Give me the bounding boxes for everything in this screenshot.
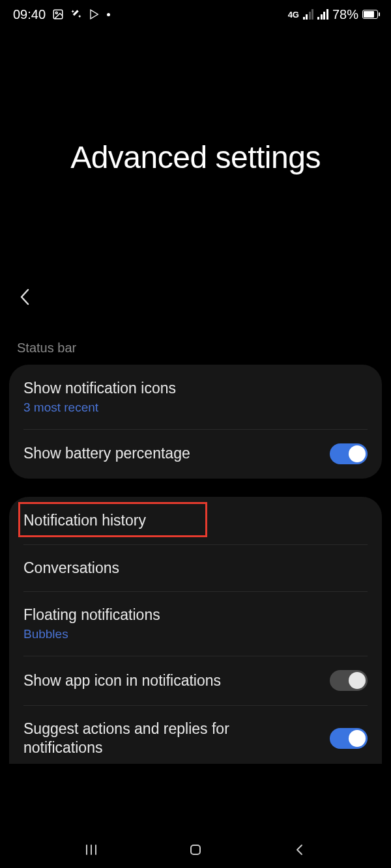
row-subtitle: 3 most recent xyxy=(23,400,176,415)
row-title: Show notification icons xyxy=(23,379,176,398)
signal-icon-sim1 xyxy=(303,9,314,20)
recents-icon xyxy=(83,842,99,858)
play-store-icon xyxy=(89,8,100,20)
row-suggest-actions[interactable]: Suggest actions and replies for notifica… xyxy=(9,705,382,764)
svg-rect-2 xyxy=(191,845,200,854)
status-bar: 09:40 4G 78% xyxy=(0,0,391,29)
gallery-icon xyxy=(52,8,64,20)
network-type: 4G xyxy=(288,10,299,20)
page-title: Advanced settings xyxy=(0,139,391,175)
dot-icon xyxy=(107,13,110,16)
chevron-left-icon xyxy=(292,842,308,858)
magic-wand-icon xyxy=(70,8,82,20)
row-show-battery-percentage[interactable]: Show battery percentage xyxy=(9,429,382,479)
row-title: Notification history xyxy=(23,511,146,530)
row-title: Floating notifications xyxy=(23,606,160,624)
signal-icon-sim2 xyxy=(317,9,328,20)
nav-back-button[interactable] xyxy=(287,837,313,863)
toggle-suggest-actions[interactable] xyxy=(330,728,368,749)
nav-recents-button[interactable] xyxy=(78,837,104,863)
row-title: Conversations xyxy=(23,559,119,578)
back-button[interactable] xyxy=(14,286,36,308)
battery-icon xyxy=(362,10,378,19)
row-show-notification-icons[interactable]: Show notification icons 3 most recent xyxy=(9,365,382,429)
toggle-show-battery-percentage[interactable] xyxy=(330,443,368,464)
toggle-show-app-icon[interactable] xyxy=(330,670,368,691)
home-icon xyxy=(188,842,203,858)
battery-fill xyxy=(364,11,374,18)
battery-text: 78% xyxy=(332,7,358,22)
row-title: Show battery percentage xyxy=(23,444,190,463)
row-title: Suggest actions and replies for notifica… xyxy=(23,720,297,757)
row-conversations[interactable]: Conversations xyxy=(9,544,382,592)
system-nav-bar xyxy=(0,832,391,868)
row-notification-history[interactable]: Notification history xyxy=(9,497,382,544)
row-show-app-icon[interactable]: Show app icon in notifications xyxy=(9,656,382,705)
row-subtitle: Bubbles xyxy=(23,627,160,641)
card-notifications: Notification history Conversations Float… xyxy=(9,497,382,764)
nav-home-button[interactable] xyxy=(182,837,209,863)
status-time: 09:40 xyxy=(13,7,46,22)
section-header-status-bar: Status bar xyxy=(0,341,391,356)
row-title: Show app icon in notifications xyxy=(23,671,221,690)
chevron-left-icon xyxy=(19,287,32,307)
row-floating-notifications[interactable]: Floating notifications Bubbles xyxy=(9,591,382,656)
svg-point-1 xyxy=(55,12,57,14)
card-status-bar: Show notification icons 3 most recent Sh… xyxy=(9,365,382,479)
